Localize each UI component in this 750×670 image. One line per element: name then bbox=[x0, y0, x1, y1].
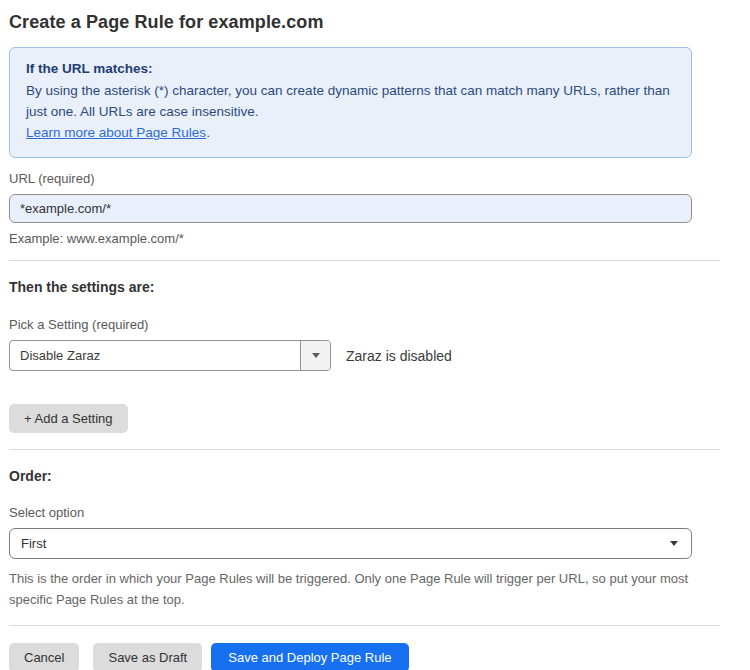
url-field-label: URL (required) bbox=[9, 171, 720, 186]
info-link-row: Learn more about Page Rules. bbox=[26, 122, 675, 144]
learn-more-link[interactable]: Learn more about Page Rules bbox=[26, 125, 206, 140]
add-setting-button[interactable]: + Add a Setting bbox=[9, 404, 128, 433]
setting-dropdown-value: Disable Zaraz bbox=[10, 341, 300, 370]
info-box-heading: If the URL matches: bbox=[26, 58, 675, 80]
actions-row: Cancel Save as Draft Save and Deploy Pag… bbox=[9, 643, 720, 670]
save-as-draft-button[interactable]: Save as Draft bbox=[93, 643, 202, 670]
chevron-down-icon bbox=[312, 353, 320, 358]
settings-section-heading: Then the settings are: bbox=[9, 279, 720, 295]
order-select-value: First bbox=[21, 536, 46, 551]
url-match-info-box: If the URL matches: By using the asteris… bbox=[9, 47, 692, 158]
save-and-deploy-button[interactable]: Save and Deploy Page Rule bbox=[211, 643, 408, 670]
pick-setting-label: Pick a Setting (required) bbox=[9, 317, 720, 332]
setting-row: Disable Zaraz Zaraz is disabled bbox=[9, 340, 720, 371]
setting-dropdown[interactable]: Disable Zaraz bbox=[9, 340, 331, 371]
divider bbox=[9, 625, 720, 626]
url-input[interactable] bbox=[9, 194, 692, 223]
info-box-body: By using the asterisk (*) character, you… bbox=[26, 80, 675, 122]
setting-dropdown-arrow-button[interactable] bbox=[300, 341, 330, 370]
divider bbox=[9, 260, 720, 261]
order-select-label: Select option bbox=[9, 505, 720, 520]
setting-status-text: Zaraz is disabled bbox=[346, 348, 452, 364]
order-section-heading: Order: bbox=[9, 468, 720, 484]
cancel-button[interactable]: Cancel bbox=[9, 643, 79, 670]
order-select[interactable]: First bbox=[9, 528, 692, 559]
page-title: Create a Page Rule for example.com bbox=[9, 12, 720, 33]
order-help-text: This is the order in which your Page Rul… bbox=[9, 568, 692, 610]
url-example-text: Example: www.example.com/* bbox=[9, 231, 720, 246]
chevron-down-icon bbox=[670, 541, 678, 546]
page-rule-form: Create a Page Rule for example.com If th… bbox=[0, 0, 720, 670]
link-suffix: . bbox=[206, 125, 210, 140]
divider bbox=[9, 449, 720, 450]
